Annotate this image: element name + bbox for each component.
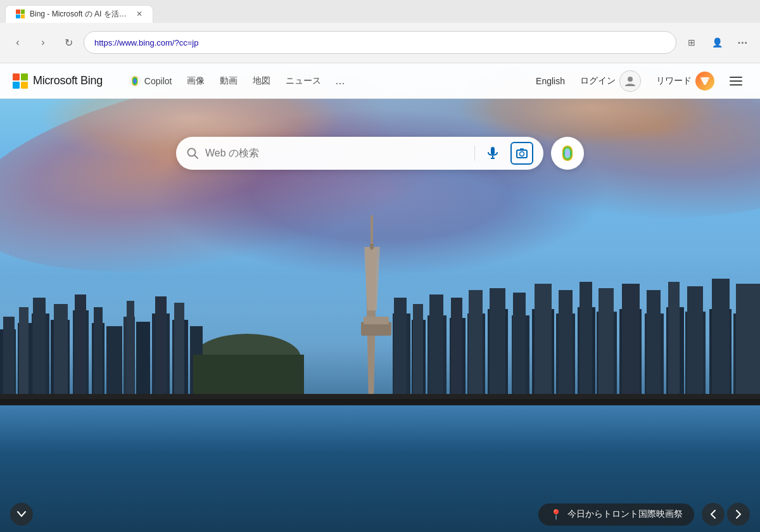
forward-button[interactable]: › bbox=[33, 32, 53, 53]
search-area bbox=[0, 99, 760, 170]
bing-logo[interactable]: Microsoft Bing bbox=[13, 73, 103, 89]
bing-logo-text: Microsoft Bing bbox=[33, 74, 103, 87]
camera-icon bbox=[516, 148, 528, 158]
nav-videos-label: 動画 bbox=[220, 75, 238, 87]
search-input[interactable] bbox=[205, 148, 468, 159]
svg-rect-49 bbox=[580, 282, 592, 405]
person-icon bbox=[624, 75, 636, 87]
hamburger-line-3 bbox=[730, 84, 742, 86]
svg-rect-59 bbox=[687, 286, 703, 405]
svg-rect-45 bbox=[535, 284, 552, 405]
svg-rect-1 bbox=[3, 317, 15, 405]
copilot-label: Copilot bbox=[144, 76, 172, 86]
copilot-circle-icon bbox=[557, 143, 578, 163]
hamburger-line-2 bbox=[730, 80, 742, 82]
search-box[interactable] bbox=[176, 137, 543, 170]
skyline-container bbox=[0, 194, 760, 405]
svg-point-67 bbox=[628, 77, 633, 82]
bottom-right-controls: 📍 今日からトロント国際映画祭 bbox=[538, 503, 750, 526]
logo-square-red bbox=[13, 73, 20, 80]
nav-maps[interactable]: 地図 bbox=[246, 72, 277, 91]
svg-rect-61 bbox=[712, 279, 730, 405]
svg-rect-3 bbox=[19, 307, 28, 405]
svg-rect-68 bbox=[703, 82, 707, 84]
tab-favicon bbox=[16, 10, 25, 18]
svg-rect-19 bbox=[155, 296, 167, 405]
next-image-button[interactable] bbox=[727, 503, 750, 526]
svg-rect-53 bbox=[622, 284, 640, 405]
prev-image-button[interactable] bbox=[702, 503, 725, 526]
bottom-bar: 📍 今日からトロント国際映画祭 bbox=[0, 497, 760, 532]
nav-videos[interactable]: 動画 bbox=[213, 72, 244, 91]
svg-rect-7 bbox=[54, 304, 68, 405]
skyline-svg bbox=[0, 194, 760, 405]
svg-rect-33 bbox=[413, 304, 423, 405]
tab-close-icon[interactable]: ✕ bbox=[136, 10, 142, 18]
copilot-search-button[interactable] bbox=[551, 137, 584, 170]
page-content: Microsoft Bing bbox=[0, 63, 760, 532]
visual-search-button[interactable] bbox=[510, 142, 533, 165]
browser-tab-active[interactable]: Bing - Microsoft の AI を活用した検索ツール ✕ bbox=[5, 5, 153, 23]
nav-news[interactable]: ニュース bbox=[279, 72, 327, 91]
nav-more[interactable]: ... bbox=[330, 72, 350, 90]
svg-rect-69 bbox=[704, 84, 706, 85]
svg-rect-9 bbox=[75, 294, 86, 405]
back-button[interactable]: ‹ bbox=[8, 32, 28, 53]
svg-rect-14 bbox=[106, 326, 122, 405]
logo-square-blue bbox=[13, 82, 20, 89]
svg-rect-21 bbox=[174, 303, 184, 405]
nav-english[interactable]: English bbox=[531, 73, 570, 89]
svg-rect-43 bbox=[513, 293, 526, 405]
svg-rect-63 bbox=[736, 284, 760, 405]
svg-rect-57 bbox=[668, 282, 680, 405]
nav-news-label: ニュース bbox=[286, 75, 321, 87]
chevron-down-icon bbox=[17, 511, 26, 517]
copilot-icon bbox=[129, 75, 141, 87]
extensions-button[interactable]: ⊞ bbox=[681, 32, 702, 53]
svg-rect-51 bbox=[598, 288, 614, 405]
location-info: 📍 今日からトロント国際映画祭 bbox=[538, 504, 694, 526]
nav-login-label: ログイン bbox=[580, 75, 616, 87]
address-input[interactable] bbox=[84, 31, 676, 54]
refresh-button[interactable]: ↻ bbox=[58, 32, 79, 53]
browser-chrome-top: Bing - Microsoft の AI を活用した検索ツール ✕ ‹ › ↻… bbox=[0, 0, 760, 63]
svg-rect-29 bbox=[370, 244, 374, 249]
nav-copilot[interactable]: Copilot bbox=[123, 72, 179, 91]
browser-window: Bing - Microsoft の AI を活用した検索ツール ✕ ‹ › ↻… bbox=[0, 0, 760, 532]
logo-square-yellow bbox=[21, 82, 28, 89]
microphone-button[interactable] bbox=[481, 142, 504, 165]
tab-title: Bing - Microsoft の AI を活用した検索ツール bbox=[30, 9, 131, 20]
profile-button[interactable]: 👤 bbox=[707, 32, 727, 53]
user-avatar-icon bbox=[619, 70, 641, 92]
logo-square-green bbox=[21, 73, 28, 80]
svg-rect-47 bbox=[559, 290, 573, 405]
nav-images-label: 画像 bbox=[187, 75, 205, 87]
nav-login-link[interactable]: ログイン bbox=[575, 68, 646, 94]
svg-rect-17 bbox=[136, 322, 150, 405]
hamburger-line-1 bbox=[730, 77, 742, 78]
location-pin-icon: 📍 bbox=[550, 509, 562, 521]
svg-rect-37 bbox=[451, 298, 462, 405]
browser-menu-button[interactable]: ⋯ bbox=[732, 32, 752, 53]
browser-tabs-bar: Bing - Microsoft の AI を活用した検索ツール ✕ bbox=[0, 0, 760, 23]
nav-images[interactable]: 画像 bbox=[180, 72, 211, 91]
bing-logo-squares bbox=[13, 73, 28, 89]
svg-rect-5 bbox=[33, 298, 46, 405]
hamburger-menu-button[interactable] bbox=[725, 70, 747, 92]
svg-point-76 bbox=[520, 152, 524, 156]
nav-right: English ログイン リワード bbox=[531, 68, 747, 94]
svg-rect-41 bbox=[490, 288, 505, 405]
chevron-left-icon bbox=[710, 510, 716, 519]
svg-rect-72 bbox=[491, 147, 495, 155]
search-divider bbox=[474, 146, 475, 161]
search-container bbox=[176, 137, 584, 170]
svg-rect-35 bbox=[429, 294, 443, 405]
search-magnifier-icon bbox=[186, 147, 199, 160]
svg-rect-16 bbox=[127, 301, 134, 405]
svg-rect-39 bbox=[469, 290, 483, 405]
svg-rect-31 bbox=[394, 298, 407, 405]
nav-rewards-link[interactable]: リワード bbox=[651, 69, 719, 93]
location-text: 今日からトロント国際映画祭 bbox=[567, 509, 683, 520]
trophy-icon bbox=[700, 76, 710, 86]
scroll-down-button[interactable] bbox=[10, 503, 33, 526]
